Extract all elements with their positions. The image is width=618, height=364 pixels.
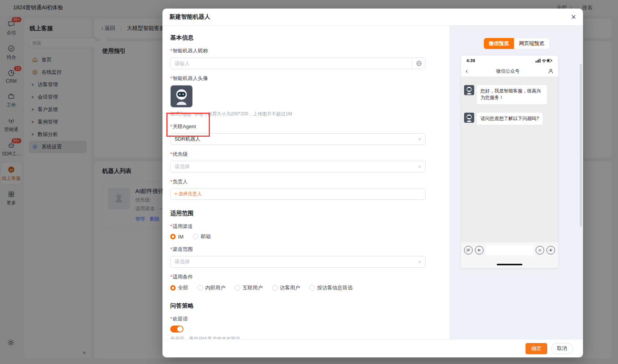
- phone-status-bar: 4:39: [461, 56, 558, 66]
- radio-selected-icon: [170, 285, 176, 291]
- nickname-input[interactable]: [171, 58, 412, 69]
- radio-icon: [193, 234, 198, 239]
- required-star: *: [170, 246, 172, 252]
- message-input[interactable]: [486, 245, 533, 255]
- priority-label-text: 优先级: [173, 151, 188, 157]
- phone-nav-bar: ‹ 微信公众号: [461, 66, 558, 77]
- channel-range-select[interactable]: 请选择 ∨: [170, 256, 426, 268]
- nickname-input-group: [170, 57, 426, 69]
- nickname-label: *智能机器人昵称: [170, 47, 426, 54]
- translate-globe-icon[interactable]: [412, 58, 425, 69]
- owner-label-text: 负责人: [173, 179, 188, 185]
- phone-input-area: [461, 242, 558, 268]
- contact-person-icon[interactable]: [548, 68, 553, 74]
- app-screen: 1824营销通AI初体验 全部 ∨ ｜ 搜索 企信 99+ 待办 CRM: [0, 0, 618, 364]
- modal-footer: 确定 取消: [162, 339, 583, 357]
- condition-radio-group: 全部 内部用户 互联用户 访客用户 按访客信息筛选: [170, 284, 426, 291]
- robot-avatar-upload[interactable]: [170, 85, 193, 108]
- radio-label: IM: [178, 234, 183, 240]
- required-star: *: [170, 75, 172, 81]
- priority-select[interactable]: 请选择 ∨: [170, 161, 426, 172]
- radio-label: 访客用户: [280, 284, 300, 291]
- chevron-down-icon: ∨: [418, 260, 421, 264]
- radio-icon: [197, 285, 203, 291]
- radio-filter-by-visitor-info[interactable]: 按访客信息筛选: [309, 284, 353, 291]
- radio-selected-icon: [170, 234, 176, 239]
- preview-tabs: 微信预览 网页端预览: [484, 38, 550, 49]
- home-indicator: [497, 264, 522, 265]
- chevron-down-icon: ∨: [418, 137, 421, 141]
- create-robot-modal: 新建智能机器人 × 基本信息 *智能机器人昵称 *智能机器人头像: [162, 9, 583, 357]
- channel-radio-group: IM 邮箱: [170, 233, 426, 240]
- radio-label: 全部: [178, 284, 188, 291]
- section-strategy: 问答策略: [170, 302, 426, 310]
- close-icon[interactable]: ×: [571, 13, 576, 21]
- plus-icon[interactable]: [546, 246, 555, 254]
- radio-visitor-users[interactable]: 访客用户: [272, 284, 300, 291]
- agent-label: *关联Agent: [170, 123, 426, 130]
- welcome-label: *欢迎语: [170, 315, 426, 322]
- required-star: *: [170, 316, 172, 322]
- agent-select[interactable]: SDR机器人 ∨: [170, 133, 426, 145]
- channel-range-placeholder: 请选择: [175, 258, 190, 265]
- modal-body: 基本信息 *智能机器人昵称 *智能机器人头像 格式为jpg、png，推荐大小为2…: [162, 26, 583, 339]
- modal-header: 新建智能机器人 ×: [162, 9, 583, 26]
- condition-label-text: 适用条件: [173, 274, 193, 280]
- choose-owner-label: + 选择负责人: [175, 191, 202, 197]
- bot-message-bubble: 请问您是想了解以下问题吗?: [477, 113, 543, 125]
- voice-icon[interactable]: [475, 246, 484, 254]
- channel-range-label: *渠道范围: [170, 246, 426, 253]
- phone-time: 4:39: [466, 58, 475, 63]
- required-star: *: [170, 124, 172, 129]
- radio-label: 内部用户: [205, 284, 225, 291]
- modal-title: 新建智能机器人: [169, 13, 210, 21]
- radio-label: 按访客信息筛选: [317, 284, 353, 291]
- back-chevron-icon[interactable]: ‹: [466, 68, 468, 75]
- modal-scrollbar[interactable]: [580, 64, 582, 227]
- channel-label: *适用渠道: [170, 223, 426, 230]
- agent-label-text: 关联Agent: [173, 124, 196, 129]
- radio-icon: [309, 285, 315, 291]
- avatar-label: *智能机器人头像: [170, 75, 426, 82]
- required-star: *: [170, 179, 172, 185]
- channel-label-text: 适用渠道: [173, 223, 193, 229]
- wechat-phone-mockup: 4:39 ‹ 微信公众号: [461, 56, 558, 268]
- priority-label: *优先级: [170, 151, 426, 158]
- bot-avatar: [464, 85, 474, 95]
- priority-select-placeholder: 请选择: [175, 163, 190, 170]
- required-star: *: [170, 151, 172, 157]
- robot-form: 基本信息 *智能机器人昵称 *智能机器人头像 格式为jpg、png，推荐大小为2…: [162, 26, 450, 339]
- required-star: *: [170, 274, 172, 280]
- confirm-button[interactable]: 确定: [525, 343, 547, 354]
- radio-im[interactable]: IM: [170, 234, 183, 240]
- bot-avatar: [464, 113, 474, 123]
- section-scope: 适用范围: [170, 210, 426, 217]
- chevron-down-icon: ∨: [418, 164, 421, 169]
- keyboard-menu-icon[interactable]: [464, 246, 473, 254]
- radio-label: 邮箱: [201, 233, 211, 240]
- official-account-title: 微信公众号: [496, 68, 520, 75]
- radio-email[interactable]: 邮箱: [193, 233, 211, 240]
- welcome-hint: 开启后，将自动给客户发送欢迎语: [170, 336, 426, 339]
- condition-label: *适用条件: [170, 273, 426, 280]
- chat-message: 请问您是想了解以下问题吗?: [464, 113, 555, 125]
- preview-panel: 微信预览 网页端预览 4:39: [450, 26, 583, 339]
- choose-owner-button[interactable]: + 选择负责人: [170, 188, 426, 200]
- required-star: *: [170, 48, 172, 54]
- radio-icon: [235, 285, 240, 291]
- welcome-label-text: 欢迎语: [173, 316, 188, 322]
- owner-label: *负责人: [170, 178, 426, 185]
- avatar-hint: 格式为jpg、png，推荐大小为200*200，上传图片不超过1M: [170, 111, 426, 117]
- emoji-icon[interactable]: [536, 246, 544, 254]
- radio-internal-users[interactable]: 内部用户: [197, 284, 225, 291]
- welcome-toggle-on[interactable]: [170, 326, 183, 333]
- section-basic-info: 基本信息: [170, 34, 426, 42]
- chat-message: 您好，我是智能客服，很高兴为您服务！: [464, 85, 555, 104]
- bot-message-bubble: 您好，我是智能客服，很高兴为您服务！: [477, 85, 547, 104]
- radio-all[interactable]: 全部: [170, 284, 188, 291]
- radio-label: 互联用户: [243, 284, 263, 291]
- cancel-button[interactable]: 取消: [551, 343, 573, 354]
- tab-wechat-preview[interactable]: 微信预览: [484, 38, 514, 49]
- radio-connected-users[interactable]: 互联用户: [235, 284, 263, 291]
- tab-web-preview[interactable]: 网页端预览: [514, 38, 550, 49]
